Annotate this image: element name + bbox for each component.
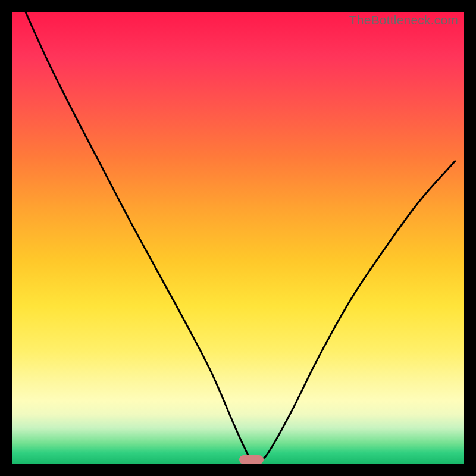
optimal-marker: [239, 455, 264, 464]
chart-svg: [12, 12, 464, 464]
bottleneck-curve-path: [26, 12, 455, 461]
plot-area: TheBottleneck.com: [12, 12, 464, 464]
